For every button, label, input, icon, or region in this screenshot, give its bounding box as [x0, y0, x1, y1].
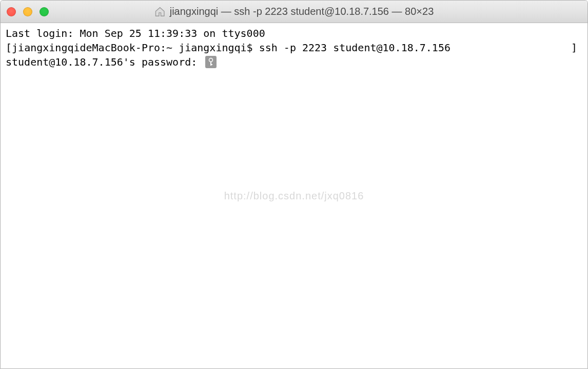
prompt-host: jiangxingqideMacBook-Pro:~ jiangxingqi$ [12, 40, 259, 55]
left-bracket: [ [6, 40, 12, 55]
command-line: [jiangxingqideMacBook-Pro:~ jiangxingqi$… [6, 40, 582, 55]
zoom-button[interactable] [40, 7, 49, 16]
password-prompt-text: student@10.18.7.156's password: [6, 55, 203, 69]
window-title: jiangxingqi — ssh -p 2223 student@10.18.… [170, 6, 434, 17]
titlebar[interactable]: jiangxingqi — ssh -p 2223 student@10.18.… [1, 1, 587, 23]
last-login-line: Last login: Mon Sep 25 11:39:33 on ttys0… [6, 26, 582, 40]
key-icon [205, 56, 217, 68]
close-button[interactable] [7, 7, 16, 16]
watermark-text: http://blog.csdn.net/jxq0816 [224, 189, 364, 203]
last-login-text: Last login: Mon Sep 25 11:39:33 on ttys0… [6, 26, 265, 40]
right-bracket: ] [571, 40, 577, 55]
ssh-command: ssh -p 2223 student@10.18.7.156 [259, 40, 450, 55]
terminal-window: jiangxingqi — ssh -p 2223 student@10.18.… [0, 0, 588, 369]
minimize-button[interactable] [23, 7, 32, 16]
password-prompt-line: student@10.18.7.156's password: [6, 55, 582, 69]
traffic-lights [7, 7, 49, 16]
terminal-body[interactable]: Last login: Mon Sep 25 11:39:33 on ttys0… [1, 23, 587, 368]
home-icon [154, 6, 166, 17]
svg-point-0 [209, 58, 213, 62]
svg-rect-2 [210, 64, 212, 65]
window-title-container: jiangxingqi — ssh -p 2223 student@10.18.… [154, 6, 434, 17]
